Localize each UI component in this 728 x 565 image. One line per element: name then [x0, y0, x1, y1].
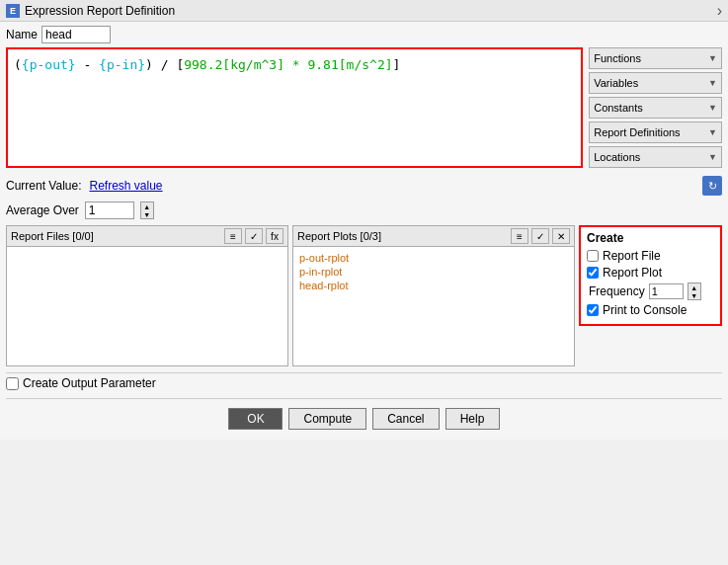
print-console-checkbox[interactable]: [587, 304, 599, 316]
expr-part-open: (: [14, 57, 22, 72]
report-files-header: Report Files [0/0] ≡ ✓ fx: [7, 226, 287, 247]
create-panel-inner: Create Report File Report Plot Frequency…: [579, 225, 722, 326]
output-param-checkbox[interactable]: [6, 377, 19, 390]
cancel-button[interactable]: Cancel: [372, 408, 439, 430]
title-bar: E Expression Report Definition ›: [0, 0, 728, 22]
create-title: Create: [587, 231, 714, 245]
report-defs-arrow-icon: ▼: [708, 127, 717, 137]
frequency-up-btn[interactable]: ▲: [688, 283, 700, 291]
report-plot-item-2[interactable]: p-in-rplot: [297, 265, 570, 279]
print-console-check-row: Print to Console: [587, 303, 714, 317]
report-files-panel: Report Files [0/0] ≡ ✓ fx: [6, 225, 288, 366]
report-files-check-btn[interactable]: ✓: [245, 228, 263, 244]
window-title: Expression Report Definition: [25, 4, 175, 18]
output-param-row: Create Output Parameter: [6, 376, 722, 390]
create-panel: Create Report File Report Plot Frequency…: [579, 225, 722, 366]
expr-green: 998.2[kg/m^3] * 9.81[m/s^2]: [184, 57, 392, 72]
report-files-title: Report Files [0/0]: [11, 230, 221, 242]
expr-p-out: {p-out}: [22, 57, 76, 72]
name-input[interactable]: [41, 26, 111, 43]
average-over-spinner[interactable]: ▲ ▼: [140, 202, 154, 219]
panels-row: Report Files [0/0] ≡ ✓ fx Report Plots […: [6, 225, 722, 366]
expr-p-in: {p-in}: [99, 57, 145, 72]
average-over-label: Average Over: [6, 203, 79, 217]
report-plots-header: Report Plots [0/3] ≡ ✓ ✕: [293, 226, 574, 247]
app-icon: E: [6, 4, 20, 18]
frequency-spinner[interactable]: ▲ ▼: [688, 282, 701, 300]
report-files-fx-btn[interactable]: fx: [266, 228, 283, 244]
constants-btn[interactable]: Constants ▼: [589, 97, 722, 119]
average-down-btn[interactable]: ▼: [141, 210, 153, 218]
report-file-label: Report File: [603, 249, 661, 263]
report-plot-check-row: Report Plot: [587, 266, 714, 280]
divider-1: [6, 372, 722, 373]
report-plot-item-1[interactable]: p-out-rplot: [297, 251, 570, 265]
current-value-row: Current Value: Refresh value ↻: [6, 174, 722, 198]
locations-arrow-icon: ▼: [708, 152, 717, 162]
report-files-body: [7, 247, 287, 365]
functions-btn[interactable]: Functions ▼: [589, 47, 722, 69]
help-button[interactable]: Help: [445, 408, 500, 430]
print-console-label: Print to Console: [603, 303, 687, 317]
report-files-list-btn[interactable]: ≡: [224, 228, 242, 244]
report-plot-label: Report Plot: [603, 266, 662, 280]
report-plots-check-btn[interactable]: ✓: [531, 228, 549, 244]
average-over-input[interactable]: [85, 202, 134, 219]
expr-close: ]: [393, 57, 401, 72]
expr-minus: -: [76, 57, 99, 72]
variables-btn[interactable]: Variables ▼: [589, 72, 722, 94]
functions-arrow-icon: ▼: [708, 53, 717, 63]
expression-area-wrapper: ({p-out} - {p-in}) / [998.2[kg/m^3] * 9.…: [6, 47, 722, 168]
refresh-value-link[interactable]: Refresh value: [89, 179, 162, 193]
expand-icon[interactable]: ›: [717, 2, 722, 20]
report-file-checkbox[interactable]: [587, 250, 599, 262]
current-value-label: Current Value:: [6, 179, 81, 193]
locations-btn[interactable]: Locations ▼: [589, 146, 722, 168]
expression-box[interactable]: ({p-out} - {p-in}) / [998.2[kg/m^3] * 9.…: [6, 47, 583, 168]
average-up-btn[interactable]: ▲: [141, 202, 153, 210]
divider-2: [6, 398, 722, 399]
report-plots-list-btn[interactable]: ≡: [511, 228, 528, 244]
frequency-row: Frequency ▲ ▼: [587, 282, 714, 300]
name-row: Name: [6, 26, 722, 43]
report-plots-body: p-out-rplot p-in-rplot head-rplot: [293, 247, 574, 365]
report-plot-item-3[interactable]: head-rplot: [297, 279, 570, 292]
expr-div: ) / [: [145, 57, 184, 72]
name-label: Name: [6, 28, 38, 41]
variables-arrow-icon: ▼: [708, 78, 717, 88]
frequency-down-btn[interactable]: ▼: [688, 291, 700, 299]
main-content: Name ({p-out} - {p-in}) / [998.2[kg/m^3]…: [0, 22, 728, 440]
refresh-icon[interactable]: ↻: [702, 176, 722, 196]
compute-button[interactable]: Compute: [288, 408, 366, 430]
average-over-row: Average Over ▲ ▼: [6, 202, 722, 219]
frequency-label: Frequency: [589, 284, 645, 298]
frequency-input[interactable]: [649, 283, 684, 299]
sidebar-buttons: Functions ▼ Variables ▼ Constants ▼ Repo…: [589, 47, 722, 168]
constants-arrow-icon: ▼: [708, 103, 717, 113]
report-definitions-btn[interactable]: Report Definitions ▼: [589, 121, 722, 143]
report-plots-title: Report Plots [0/3]: [297, 230, 508, 242]
report-plots-panel: Report Plots [0/3] ≡ ✓ ✕ p-out-rplot p-i…: [292, 225, 575, 366]
report-file-check-row: Report File: [587, 249, 714, 263]
report-plot-checkbox[interactable]: [587, 267, 599, 279]
output-param-label: Create Output Parameter: [23, 376, 156, 390]
bottom-buttons: OK Compute Cancel Help: [6, 402, 722, 436]
report-plots-close-btn[interactable]: ✕: [552, 228, 570, 244]
ok-button[interactable]: OK: [228, 408, 283, 430]
